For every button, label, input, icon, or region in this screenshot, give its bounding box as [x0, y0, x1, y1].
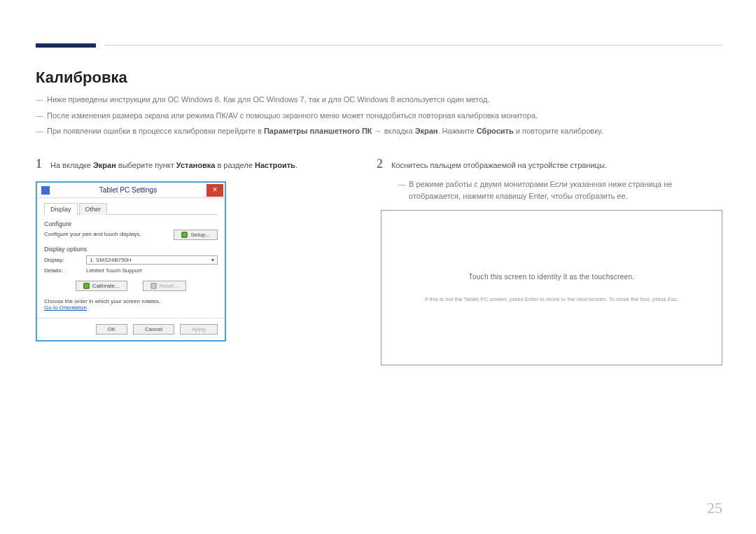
dialog-footer: OK Cancel Apply	[37, 318, 225, 340]
s1b1: Экран	[93, 161, 116, 169]
touchscreen-preview: Touch this screen to identity it as the …	[381, 210, 722, 365]
cancel-button[interactable]: Cancel	[133, 324, 174, 335]
column-1: 1 На вкладке Экран выберите пункт Устано…	[36, 157, 354, 365]
note-3b3: Экран	[415, 127, 438, 135]
setup-icon	[181, 232, 188, 238]
configure-text: Configure your pen and touch displays.	[44, 231, 141, 238]
note-3b4: Сбросить	[477, 127, 514, 135]
orientation-link[interactable]: Go to Orientation	[44, 304, 218, 311]
apply-button[interactable]: Apply	[180, 324, 218, 335]
display-options-label: Display options	[44, 246, 218, 253]
step2-subnote: В режиме работы с двумя мониторами Если …	[398, 178, 722, 202]
s1b2: Установка	[176, 161, 216, 169]
s1t4: .	[295, 161, 298, 169]
step1-num: 1	[36, 157, 42, 171]
note-3arrow: →	[372, 127, 384, 135]
note-3b2: вкладка	[384, 127, 415, 135]
reset-button[interactable]: Reset...	[143, 281, 187, 291]
calibrate-button[interactable]: Calibrate...	[76, 281, 127, 291]
s1t1: На вкладке	[50, 161, 93, 169]
display-label: Display:	[44, 257, 79, 263]
notes-block: Ниже приведены инструкции для ОС Windows…	[36, 94, 722, 141]
tab-other[interactable]: Other	[79, 203, 108, 215]
ok-button[interactable]: OK	[96, 324, 128, 335]
touch-main-text: Touch this screen to identity it as the …	[469, 273, 635, 281]
note-3: При появлении ошибки в процессе калибров…	[36, 125, 722, 137]
step2-head: 2 Коснитесь пальцем отображаемой на устр…	[377, 157, 722, 171]
note-3b1: Параметры планшетного ПК	[264, 127, 372, 135]
configure-label: Configure	[44, 220, 218, 227]
setup-button-label: Setup...	[190, 232, 210, 238]
dialog-titlebar: Tablet PC Settings ×	[37, 183, 225, 198]
step1-head: 1 На вкладке Экран выберите пункт Устано…	[36, 157, 354, 171]
rotate-note: Choose the order in which your screen ro…	[44, 298, 218, 304]
dialog-tabs: Display Other	[44, 202, 218, 215]
step2-num: 2	[377, 157, 383, 171]
dialog-title: Tablet PC Settings	[50, 186, 206, 194]
display-select[interactable]: 1. SMS24B750H	[86, 255, 218, 265]
calibrate-button-label: Calibrate...	[92, 283, 120, 289]
reset-button-label: Reset...	[160, 283, 179, 289]
column-2: 2 Коснитесь пальцем отображаемой на устр…	[377, 157, 722, 365]
tablet-pc-settings-dialog: Tablet PC Settings × Display Other Confi…	[36, 181, 226, 342]
calibrate-icon	[83, 283, 90, 289]
s1b3: Настроить	[255, 161, 295, 169]
note-3c: . Нажмите	[438, 127, 476, 135]
reset-icon	[150, 283, 157, 289]
page-number: 25	[707, 499, 722, 517]
note-3d: и повторите калибровку.	[514, 127, 603, 135]
note-2: После изменения размера экрана или режим…	[36, 110, 722, 122]
s1t3: в разделе	[215, 161, 255, 169]
note-1: Ниже приведены инструкции для ОС Windows…	[36, 94, 722, 106]
step2-text: Коснитесь пальцем отображаемой на устрой…	[391, 160, 607, 171]
details-value: Limited Touch Support	[86, 267, 141, 274]
setup-button[interactable]: Setup...	[174, 230, 218, 240]
display-value: 1. SMS24B750H	[90, 257, 132, 263]
touch-sub-text: If this is not the Tablet PC screen, pre…	[425, 296, 679, 302]
header-accent	[36, 43, 96, 48]
step1-text: На вкладке Экран выберите пункт Установк…	[50, 160, 298, 171]
close-button[interactable]: ×	[206, 184, 223, 197]
header-rule	[105, 45, 722, 45]
details-label: Details:	[44, 267, 79, 274]
note-3a: При появлении ошибки в процессе калибров…	[47, 127, 264, 135]
tab-display[interactable]: Display	[44, 203, 78, 215]
page-title: Калибровка	[36, 69, 127, 87]
dialog-icon	[41, 186, 50, 195]
s1t2: выберите пункт	[116, 161, 176, 169]
